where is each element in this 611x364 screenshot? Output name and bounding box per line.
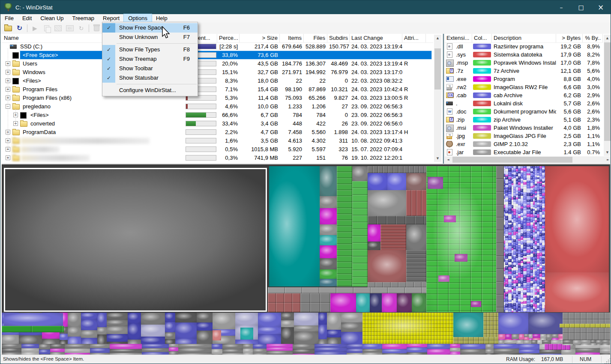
tree-row[interactable]: +Users20,0%43,5 GB184.776136.30748.46924… xyxy=(0,60,433,68)
treemap-block[interactable] xyxy=(320,196,337,208)
tree-row[interactable]: +1,6%3,5 GB4.6134.30231110. 08. 2022 09:… xyxy=(0,137,433,145)
tree-row[interactable]: +Program Files7,1%15,4 GB98.19087.86910.… xyxy=(0,85,433,94)
ext-hscroll-thumb[interactable] xyxy=(452,157,572,163)
expand-plus-icon[interactable]: + xyxy=(6,155,10,160)
treemap-block[interactable] xyxy=(2,344,362,355)
menu-item-show-free-space[interactable]: ✓Show Free SpaceF6 xyxy=(102,23,198,33)
close-button[interactable]: × xyxy=(591,0,611,14)
ext-vscrollbar[interactable]: ▲ ▼ xyxy=(604,35,611,156)
tree-column-header[interactable]: Items xyxy=(280,34,304,42)
ext-row[interactable]: .sysSistemska datoteka17,9 GB8,2% xyxy=(445,51,603,59)
tree-row[interactable]: +ProgramData2,2%4,7 GB7.4585.5601.89824.… xyxy=(0,128,433,137)
treemap-block[interactable] xyxy=(368,166,426,173)
treemap-block[interactable] xyxy=(2,326,64,332)
ext-column-header[interactable]: > Bytes xyxy=(556,34,583,42)
treemap-block[interactable] xyxy=(269,166,320,286)
tree-row[interactable]: <Free Space>33,8%73,6 GB xyxy=(0,51,433,60)
treemap-block[interactable] xyxy=(380,224,406,250)
ext-row[interactable]: W.docDokument programov Micr...5,6 GB2,6… xyxy=(445,107,603,116)
treemap-pane[interactable] xyxy=(2,164,610,355)
ext-row[interactable]: igRW2.rw2ImageGlass RW2 File6,6 GB3,0% xyxy=(445,83,603,91)
tree-row[interactable]: +converted33,4%3,4 GB4484222623. 09. 202… xyxy=(0,119,433,128)
treemap-block[interactable] xyxy=(240,328,253,340)
treemap-block[interactable] xyxy=(545,272,609,312)
treemap-block[interactable] xyxy=(498,313,528,334)
treemap-block[interactable] xyxy=(368,190,406,216)
treemap-block[interactable] xyxy=(406,224,426,250)
treemap-block[interactable] xyxy=(498,334,563,340)
tree-column-header[interactable]: Perce... xyxy=(217,34,240,42)
open-button[interactable] xyxy=(3,24,13,33)
menu-edit[interactable]: Edit xyxy=(18,14,36,23)
tree-column-header[interactable]: Subdirs xyxy=(327,34,350,42)
treemap-block[interactable] xyxy=(471,301,481,307)
menu-item-show-file-types[interactable]: ✓Show File TypesF8 xyxy=(102,45,198,54)
tree-row[interactable]: +Windows15,1%32,7 GB271.971194.99276.979… xyxy=(0,68,433,77)
scroll-down-icon[interactable]: ▼ xyxy=(604,149,611,156)
ext-row[interactable]: Z.zipzip Archive5,1 GB2,3% xyxy=(445,116,603,124)
treemap-block[interactable] xyxy=(356,293,370,312)
treemap-block[interactable] xyxy=(504,166,545,312)
menu-item-show-unknown[interactable]: Show UnknownF7 xyxy=(102,33,198,42)
treemap-block[interactable] xyxy=(406,190,426,216)
ext-row[interactable]: .jarExecutable Jar File1.4 GB0.7% xyxy=(445,148,603,156)
menu-item-show-treemap[interactable]: ✓Show TreemapF9 xyxy=(102,54,198,64)
treemap-block[interactable] xyxy=(444,215,456,222)
menu-clean-up[interactable]: Clean Up xyxy=(36,14,68,23)
ext-column-header[interactable]: Col... xyxy=(472,34,492,42)
treemap-block[interactable] xyxy=(560,324,610,328)
ext-column-header[interactable]: Extensi... xyxy=(445,34,472,42)
treemap-block[interactable] xyxy=(320,166,337,196)
ext-row[interactable]: .Lokalni disk5,7 GB2,6% xyxy=(445,99,603,107)
treemap-block[interactable] xyxy=(320,258,337,269)
treemap-block[interactable] xyxy=(406,173,426,190)
treemap-block[interactable] xyxy=(268,293,300,312)
treemap-block[interactable] xyxy=(370,293,382,312)
ext-column-header[interactable]: % By.. xyxy=(583,34,603,42)
treemap-block[interactable] xyxy=(397,293,412,312)
tree-vscrollbar[interactable]: ▲ ▼ xyxy=(434,35,441,162)
scroll-left-icon[interactable]: ◄ xyxy=(445,156,452,163)
tree-row[interactable]: SSD (C:)[2:28 s]217,4 GB679.646528.88915… xyxy=(0,42,433,51)
tree-column-header[interactable]: Files xyxy=(304,34,327,42)
treemap-block[interactable] xyxy=(362,313,453,344)
treemap-block[interactable] xyxy=(320,269,337,279)
menu-help[interactable]: Help xyxy=(152,14,172,23)
treemap-block[interactable] xyxy=(320,279,337,286)
treemap-block[interactable] xyxy=(4,313,63,326)
scroll-up-icon[interactable]: ▲ xyxy=(604,35,611,42)
ext-row[interactable]: .mspPopravek Windows Installer17,0 GB7,8… xyxy=(445,59,603,67)
treemap-block[interactable] xyxy=(320,235,337,245)
treemap-block[interactable] xyxy=(268,287,426,293)
tree-column-header[interactable]: Attri... xyxy=(402,34,426,42)
tree-column-header[interactable]: Last Change xyxy=(350,34,402,42)
refresh-all-button[interactable]: ↻ xyxy=(14,24,25,33)
treemap-block[interactable] xyxy=(496,166,504,312)
treemap-block[interactable] xyxy=(368,224,380,242)
treemap-block[interactable] xyxy=(320,245,337,258)
treemap-block[interactable] xyxy=(483,313,498,337)
tree-row[interactable]: +<Files>66,6%6,7 GB784784023. 09. 2022 0… xyxy=(0,111,433,119)
treemap-free-space-block[interactable] xyxy=(4,168,267,312)
ext-column-header[interactable]: Description xyxy=(492,34,556,42)
tree-row[interactable]: +<Files>8,3%18,0 GB2222022. 03. 2023 08:… xyxy=(0,77,433,85)
menu-treemap[interactable]: Treemap xyxy=(68,14,99,23)
treemap-block[interactable] xyxy=(563,340,610,345)
menu-options[interactable]: Options xyxy=(124,14,152,23)
treemap-block[interactable] xyxy=(362,344,610,355)
treemap-block[interactable] xyxy=(406,250,426,282)
menu-file[interactable]: File xyxy=(0,14,18,23)
tree-row[interactable]: −pregledano4,6%10,0 GB1.2331.2062723. 09… xyxy=(0,102,433,111)
menu-item-configure-windirstat-[interactable]: Configure WinDirStat... xyxy=(102,86,198,95)
ext-row[interactable]: igJPG.jpgImageGlass JPG File2,5 GB1,1% xyxy=(445,132,603,140)
treemap-block[interactable] xyxy=(528,313,563,334)
treemap-block[interactable] xyxy=(368,250,406,282)
treemap-block[interactable] xyxy=(412,293,426,312)
resize-grip-icon[interactable] xyxy=(604,358,610,364)
scroll-up-icon[interactable]: ▲ xyxy=(434,35,441,42)
treemap-block[interactable] xyxy=(368,242,380,250)
treemap-block[interactable] xyxy=(213,330,221,340)
treemap-block[interactable] xyxy=(455,254,467,262)
scroll-down-icon[interactable]: ▼ xyxy=(434,155,441,162)
treemap-block[interactable] xyxy=(368,282,426,287)
